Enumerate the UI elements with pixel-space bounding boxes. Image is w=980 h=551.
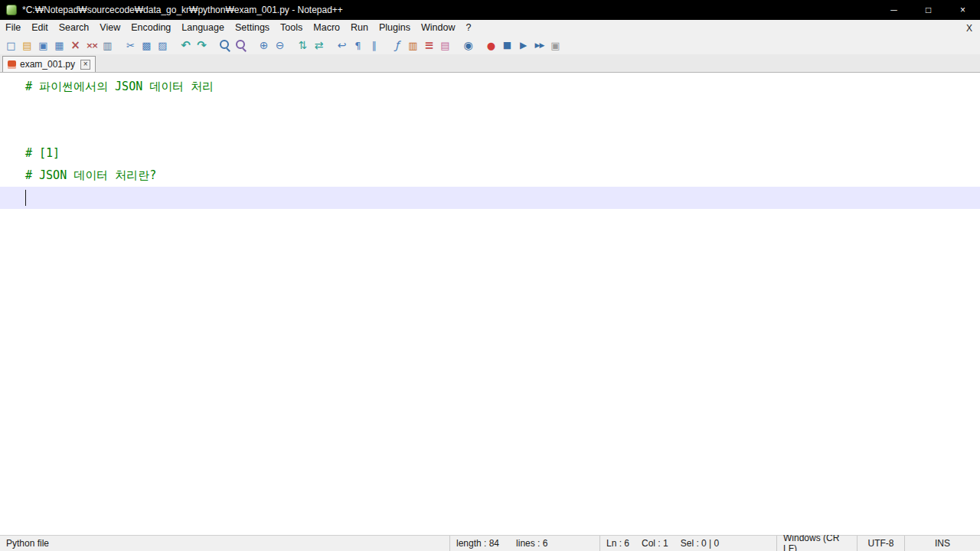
toolbar-group-clipboard <box>122 37 171 53</box>
menu-run[interactable]: Run <box>345 20 374 36</box>
menu-file[interactable]: File <box>0 20 26 36</box>
toolbar-group-search <box>217 37 249 53</box>
menu-language[interactable]: Language <box>176 20 230 36</box>
menu-plugins[interactable]: Plugins <box>374 20 416 36</box>
menu-edit[interactable]: Edit <box>26 20 54 36</box>
text-caret <box>25 190 26 206</box>
status-encoding[interactable]: UTF-8 <box>857 536 904 551</box>
undo-icon[interactable] <box>178 37 194 53</box>
menu-window[interactable]: Window <box>416 20 460 36</box>
menu-macro[interactable]: Macro <box>308 20 345 36</box>
window-title: *C:₩Notepad₩sourcecode₩data_go_kr₩python… <box>22 5 877 15</box>
close-button[interactable]: × <box>946 0 980 20</box>
toolbar-group-view <box>334 37 382 53</box>
toolbar-group-sync <box>295 37 327 53</box>
playback-macro-icon[interactable] <box>515 37 531 53</box>
toolbar-group-undo <box>178 37 210 53</box>
status-cursor-position: Ln : 6 Col : 1 Sel : 0 | 0 <box>599 536 776 551</box>
find-icon[interactable] <box>217 37 233 53</box>
toolbar-group-macro <box>483 37 564 53</box>
save-macro-icon[interactable] <box>547 37 564 53</box>
maximize-button[interactable]: □ <box>911 0 946 20</box>
toolbar-group-panels <box>389 37 453 53</box>
print-icon[interactable] <box>100 37 116 53</box>
sync-vertical-scroll-icon[interactable] <box>295 37 311 53</box>
cut-icon[interactable] <box>122 37 139 53</box>
indent-guide-icon[interactable] <box>366 37 382 53</box>
show-all-characters-icon[interactable] <box>350 37 366 53</box>
minimize-button[interactable]: ─ <box>877 0 911 20</box>
toolbar <box>0 36 980 54</box>
menu-bar: File Edit Search View Encoding Language … <box>0 20 980 36</box>
close-file-icon[interactable] <box>67 37 83 53</box>
toolbar-group-monitoring <box>460 37 476 53</box>
menu-settings[interactable]: Settings <box>230 20 275 36</box>
tab-exam-001-py[interactable]: exam_001.py <box>2 56 96 72</box>
unsaved-changes-icon <box>8 60 16 69</box>
status-bar: Python file length : 84 lines : 6 Ln : 6… <box>0 535 980 551</box>
title-bar: *C:₩Notepad₩sourcecode₩data_go_kr₩python… <box>0 0 980 20</box>
monitoring-icon[interactable] <box>460 37 476 53</box>
editor-line-4: # [1] <box>0 142 980 165</box>
menu-encoding[interactable]: Encoding <box>126 20 176 36</box>
word-wrap-icon[interactable] <box>334 37 350 53</box>
document-map-icon[interactable] <box>405 37 421 53</box>
toolbar-group-file <box>3 37 116 53</box>
copy-icon[interactable] <box>139 37 155 53</box>
status-column-number: Col : 1 <box>642 538 668 549</box>
notepad-plus-plus-logo-icon <box>6 5 17 15</box>
stop-macro-icon[interactable] <box>499 37 515 53</box>
function-list-icon[interactable] <box>389 37 405 53</box>
toolbar-group-zoom <box>256 37 288 53</box>
editor-line-2 <box>0 98 980 120</box>
editor-line-3 <box>0 120 980 142</box>
paste-icon[interactable] <box>155 37 171 53</box>
open-file-icon[interactable] <box>19 37 35 53</box>
status-doc-size: length : 84 lines : 6 <box>449 536 599 551</box>
menubar-close-button[interactable]: X <box>959 23 980 34</box>
status-length: length : 84 <box>456 538 499 549</box>
status-doc-type: Python file <box>0 536 449 551</box>
folder-as-workspace-icon[interactable] <box>437 37 453 53</box>
save-icon[interactable] <box>35 37 51 53</box>
zoom-in-icon[interactable] <box>256 37 272 53</box>
status-line-number: Ln : 6 <box>606 538 629 549</box>
redo-icon[interactable] <box>194 37 210 53</box>
menu-tools[interactable]: Tools <box>275 20 308 36</box>
menu-view[interactable]: View <box>94 20 126 36</box>
close-all-icon[interactable] <box>83 37 100 53</box>
replace-icon[interactable] <box>233 37 249 53</box>
save-all-icon[interactable] <box>51 37 67 53</box>
editor-line-1: # 파이썬에서의 JSON 데이터 처리 <box>0 76 980 98</box>
tab-bar: exam_001.py <box>0 54 980 73</box>
editor-area[interactable]: # 파이썬에서의 JSON 데이터 처리 # [1] # JSON 데이터 처리… <box>0 73 980 535</box>
status-selection: Sel : 0 | 0 <box>681 538 719 549</box>
editor-line-5: # JSON 데이터 처리란? <box>0 165 980 187</box>
status-eol-format[interactable]: Windows (CR LF) <box>776 536 857 551</box>
editor-line-6 <box>0 187 980 209</box>
notepad-plus-plus-window: *C:₩Notepad₩sourcecode₩data_go_kr₩python… <box>0 0 980 551</box>
tab-label: exam_001.py <box>20 59 75 70</box>
run-macro-multiple-icon[interactable] <box>531 37 547 53</box>
new-file-icon[interactable] <box>3 37 19 53</box>
menu-help[interactable]: ? <box>460 20 476 36</box>
status-lines: lines : 6 <box>516 538 547 549</box>
menu-search[interactable]: Search <box>54 20 95 36</box>
sync-horizontal-scroll-icon[interactable] <box>311 37 327 53</box>
document-list-icon[interactable] <box>421 37 437 53</box>
window-controls: ─ □ × <box>877 0 980 20</box>
status-insert-mode[interactable]: INS <box>904 536 980 551</box>
zoom-out-icon[interactable] <box>272 37 288 53</box>
tab-close-icon[interactable] <box>80 60 90 70</box>
record-macro-icon[interactable] <box>483 37 499 53</box>
